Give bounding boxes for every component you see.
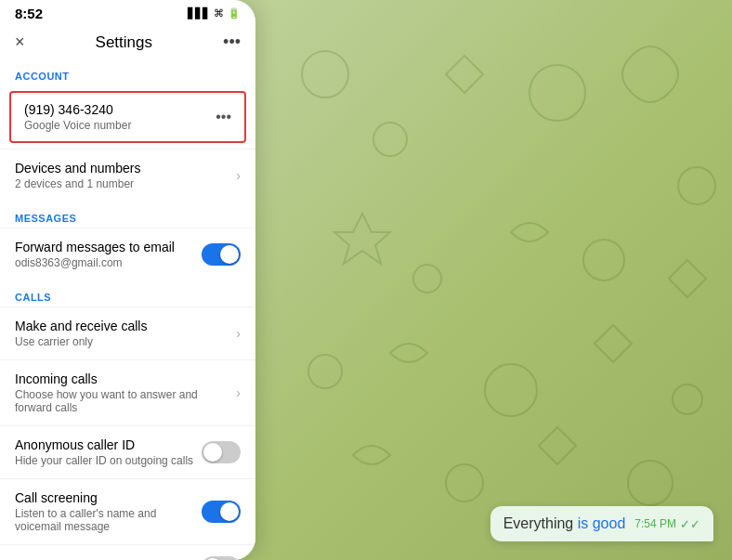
anon-caller-item[interactable]: Anonymous caller ID Hide your caller ID … xyxy=(0,425,255,478)
call-screening-sub: Listen to a caller's name and voicemail … xyxy=(15,507,202,533)
chat-meta: 7:54 PM ✓✓ xyxy=(634,517,700,531)
email-alerts-toggle[interactable] xyxy=(202,556,241,560)
svg-point-6 xyxy=(308,355,342,388)
make-receive-text: Make and receive calls Use carrier only xyxy=(15,319,147,348)
incoming-calls-text: Incoming calls Choose how you want to an… xyxy=(15,371,236,414)
forward-messages-knob xyxy=(220,245,239,264)
more-button[interactable]: ••• xyxy=(223,33,241,52)
make-receive-sub: Use carrier only xyxy=(15,335,147,348)
svg-point-1 xyxy=(373,123,407,156)
settings-content: ACCOUNT (919) 346-3240 Google Voice numb… xyxy=(0,59,255,560)
make-receive-calls-item[interactable]: Make and receive calls Use carrier only … xyxy=(0,306,255,359)
messages-section-label: MESSAGES xyxy=(0,202,255,228)
chat-message: Everything is good xyxy=(503,515,626,532)
anon-caller-text: Anonymous caller ID Hide your caller ID … xyxy=(15,437,193,467)
devices-numbers-text: Devices and numbers 2 devices and 1 numb… xyxy=(15,161,140,190)
forward-messages-toggle[interactable] xyxy=(202,243,241,266)
anon-caller-title: Anonymous caller ID xyxy=(15,437,193,452)
make-receive-chevron: › xyxy=(236,326,241,341)
incoming-calls-sub: Choose how you want to answer and forwar… xyxy=(15,388,236,414)
account-phone-type: Google Voice number xyxy=(24,119,131,132)
account-section-label: ACCOUNT xyxy=(0,59,255,85)
incoming-calls-item[interactable]: Incoming calls Choose how you want to an… xyxy=(0,359,255,425)
anon-caller-toggle[interactable] xyxy=(202,441,241,463)
account-phone-number: (919) 346-3240 xyxy=(24,102,131,117)
svg-point-0 xyxy=(302,51,348,98)
devices-numbers-subtitle: 2 devices and 1 number xyxy=(15,177,140,190)
status-time: 8:52 xyxy=(15,6,43,21)
devices-numbers-item[interactable]: Devices and numbers 2 devices and 1 numb… xyxy=(0,149,255,202)
wifi-icon: ⌘ xyxy=(214,7,224,20)
chat-text-highlight: is good xyxy=(578,515,626,531)
status-bar: 8:52 ▋▋▋ ⌘ 🔋 xyxy=(0,0,255,25)
battery-icon: 🔋 xyxy=(228,7,241,20)
anon-caller-knob xyxy=(203,443,222,462)
chat-text-normal: Everything xyxy=(503,515,578,531)
anon-caller-sub: Hide your caller ID on outgoing calls xyxy=(15,454,193,467)
svg-point-4 xyxy=(413,265,441,293)
account-more-button[interactable]: ••• xyxy=(216,109,231,125)
app-header: × Settings ••• xyxy=(0,25,255,59)
call-screening-toggle[interactable] xyxy=(202,501,241,523)
forward-messages-text: Forward messages to email odis8363@gmail… xyxy=(15,240,175,269)
account-info: (919) 346-3240 Google Voice number xyxy=(24,102,131,132)
incoming-calls-title: Incoming calls xyxy=(15,371,236,386)
phone-container: 8:52 ▋▋▋ ⌘ 🔋 × Settings ••• ACCOUNT (919… xyxy=(0,0,255,560)
svg-point-3 xyxy=(678,167,715,204)
devices-numbers-chevron: › xyxy=(236,168,241,183)
page-title: Settings xyxy=(96,33,152,52)
call-screening-text: Call screening Listen to a caller's name… xyxy=(15,490,202,533)
forward-messages-email: odis8363@gmail.com xyxy=(15,256,175,269)
chat-time: 7:54 PM xyxy=(634,517,676,530)
forward-messages-item[interactable]: Forward messages to email odis8363@gmail… xyxy=(0,228,255,280)
forward-messages-title: Forward messages to email xyxy=(15,240,175,254)
svg-point-7 xyxy=(485,364,537,416)
svg-point-10 xyxy=(628,461,673,505)
status-icons: ▋▋▋ ⌘ 🔋 xyxy=(188,7,241,20)
call-screening-title: Call screening xyxy=(15,490,202,505)
close-button[interactable]: × xyxy=(15,33,25,52)
email-alerts-item[interactable]: Get email alerts for missed calls xyxy=(0,544,255,560)
call-screening-knob xyxy=(220,502,239,521)
devices-numbers-title: Devices and numbers xyxy=(15,161,140,176)
incoming-calls-chevron: › xyxy=(236,385,241,400)
double-check-icon: ✓✓ xyxy=(680,517,700,531)
call-screening-item[interactable]: Call screening Listen to a caller's name… xyxy=(0,478,255,544)
make-receive-title: Make and receive calls xyxy=(15,319,147,333)
calls-section-label: CALLS xyxy=(0,280,255,306)
svg-point-9 xyxy=(446,464,483,501)
svg-point-5 xyxy=(583,240,624,280)
chat-bubble: Everything is good 7:54 PM ✓✓ xyxy=(490,506,713,541)
svg-point-2 xyxy=(529,65,585,121)
signal-icon: ▋▋▋ xyxy=(188,7,210,20)
account-row[interactable]: (919) 346-3240 Google Voice number ••• xyxy=(9,91,246,143)
svg-point-8 xyxy=(673,384,702,414)
